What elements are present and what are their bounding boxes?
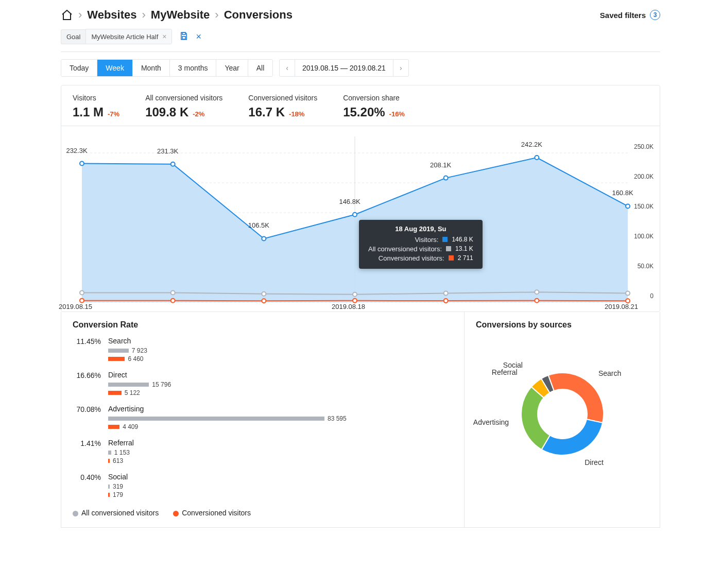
- svg-point-25: [262, 299, 266, 303]
- bar-all-value: 1 153: [114, 449, 130, 456]
- bar-conv: [108, 493, 110, 497]
- svg-rect-0: [182, 32, 185, 34]
- rate-pct: 11.45%: [73, 337, 101, 345]
- svg-point-12: [353, 213, 357, 217]
- metric-value: 109.8 K: [145, 105, 188, 119]
- donut-label-direct: Direct: [585, 458, 604, 466]
- bar-conv-value: 5 122: [125, 389, 140, 396]
- svg-point-17: [171, 290, 175, 295]
- rate-name: Direct: [108, 371, 453, 379]
- period-tab-month[interactable]: Month: [133, 60, 170, 76]
- donut-label-advertising: Advertising: [473, 418, 509, 426]
- bar-all: [108, 451, 111, 455]
- x-tick: 2019.08.18: [332, 303, 365, 310]
- svg-point-18: [262, 292, 266, 296]
- rate-row-social[interactable]: 0.40%Social319179: [73, 473, 453, 499]
- bar-all-value: 7 923: [132, 347, 147, 354]
- close-icon[interactable]: ×: [162, 32, 166, 41]
- saved-filters-count: 3: [650, 10, 660, 20]
- saved-filters-button[interactable]: Saved filters 3: [600, 10, 660, 20]
- metric-value: 1.1 M: [73, 105, 104, 119]
- bar-all: [108, 383, 149, 387]
- bar-all-value: 319: [113, 483, 123, 490]
- bar-conv-value: 179: [113, 491, 123, 498]
- metrics-row: Visitors1.1 M-7%All conversioned visitor…: [61, 85, 660, 126]
- prev-range-button[interactable]: ‹: [280, 60, 295, 76]
- conversion-rate-legend: All conversioned visitorsConversioned vi…: [73, 509, 453, 517]
- close-icon[interactable]: ×: [196, 31, 201, 42]
- period-tab-all[interactable]: All: [248, 60, 273, 76]
- breadcrumb-item[interactable]: MyWebsite: [151, 8, 210, 22]
- svg-point-9: [80, 162, 84, 166]
- period-tab-3-months[interactable]: 3 months: [170, 60, 217, 76]
- rate-row-referral[interactable]: 1.41%Referral1 153613: [73, 439, 453, 465]
- period-tab-year[interactable]: Year: [216, 60, 248, 76]
- bar-conv: [108, 425, 119, 429]
- next-range-button[interactable]: ›: [393, 60, 408, 76]
- metric-delta: -18%: [289, 110, 304, 118]
- svg-point-27: [444, 299, 448, 303]
- bar-all: [108, 417, 324, 421]
- conversion-rate-title: Conversion Rate: [73, 320, 453, 330]
- bar-conv: [108, 459, 110, 463]
- rate-pct: 70.08%: [73, 405, 101, 413]
- chart-point-label: 231.3K: [157, 147, 178, 155]
- rate-name: Advertising: [108, 405, 453, 413]
- svg-point-10: [171, 162, 175, 166]
- metric-label: Conversioned visitors: [248, 94, 317, 102]
- bar-all-value: 83 595: [328, 415, 347, 422]
- svg-point-19: [353, 292, 357, 297]
- svg-point-20: [444, 291, 448, 296]
- donut-label-referral: Referral: [492, 368, 518, 376]
- x-tick: 2019.08.21: [605, 303, 638, 310]
- rate-row-search[interactable]: 11.45%Search7 9236 460: [73, 337, 453, 364]
- svg-point-13: [444, 176, 448, 180]
- saved-filters-label: Saved filters: [600, 11, 646, 20]
- metric-delta: -2%: [193, 110, 204, 118]
- period-tab-week[interactable]: Week: [97, 60, 133, 76]
- metric-value: 15.20%: [343, 105, 385, 119]
- by-sources-title: Conversions by sources: [476, 320, 648, 330]
- chart-point-label: 208.1K: [430, 161, 451, 169]
- svg-point-23: [80, 299, 84, 303]
- main-line-chart[interactable]: 050.0K100.0K150.0K200.0K250.0K2019.08.15…: [61, 126, 660, 312]
- legend-item: Conversioned visitors: [173, 509, 251, 517]
- filter-value-chip[interactable]: MyWebsite Article Half ×: [85, 29, 172, 44]
- chart-point-label: 232.3K: [66, 147, 87, 154]
- date-range[interactable]: 2019.08.15 — 2019.08.21: [295, 60, 393, 76]
- svg-point-26: [353, 299, 357, 303]
- y-tick: 250.0K: [634, 143, 654, 150]
- rate-pct: 1.41%: [73, 439, 101, 447]
- x-tick: 2019.08.15: [59, 303, 92, 310]
- rate-name: Referral: [108, 439, 453, 447]
- svg-point-22: [626, 291, 630, 296]
- rate-name: Social: [108, 473, 453, 481]
- period-tab-today[interactable]: Today: [61, 60, 97, 76]
- filter-value-text: MyWebsite Article Half: [91, 33, 158, 41]
- filter-key-chip[interactable]: Goal: [61, 29, 85, 44]
- donut-chart[interactable]: SearchDirectAdvertisingReferralSocial: [480, 337, 645, 481]
- svg-point-15: [626, 204, 630, 208]
- chart-tooltip: 18 Aug 2019, SuVisitors:146.8 KAll conve…: [359, 220, 483, 269]
- breadcrumb-item[interactable]: Websites: [87, 8, 136, 22]
- rate-pct: 16.66%: [73, 371, 101, 379]
- metric-value: 16.7 K: [248, 105, 285, 119]
- rate-row-advertising[interactable]: 70.08%Advertising83 5954 409: [73, 405, 453, 431]
- save-icon[interactable]: [179, 31, 188, 42]
- y-tick: 50.0K: [638, 263, 654, 270]
- bar-conv: [108, 391, 122, 395]
- home-icon[interactable]: [61, 9, 73, 21]
- period-tabs: TodayWeekMonth3 monthsYearAll: [61, 59, 273, 77]
- date-range-picker: ‹ 2019.08.15 — 2019.08.21 ›: [279, 59, 408, 77]
- breadcrumb: › Websites › MyWebsite › Conversions: [61, 8, 293, 22]
- bar-all-value: 15 796: [152, 381, 171, 388]
- svg-rect-1: [182, 36, 185, 39]
- conversion-rate-list: 11.45%Search7 9236 46016.66%Direct15 796…: [73, 337, 453, 499]
- bar-conv: [108, 357, 125, 361]
- chart-point-label: 106.5K: [248, 221, 269, 229]
- y-tick: 150.0K: [634, 203, 654, 210]
- rate-row-direct[interactable]: 16.66%Direct15 7965 122: [73, 371, 453, 397]
- metric-delta: -16%: [389, 110, 405, 118]
- donut-label-social: Social: [503, 361, 523, 369]
- svg-point-14: [535, 155, 539, 160]
